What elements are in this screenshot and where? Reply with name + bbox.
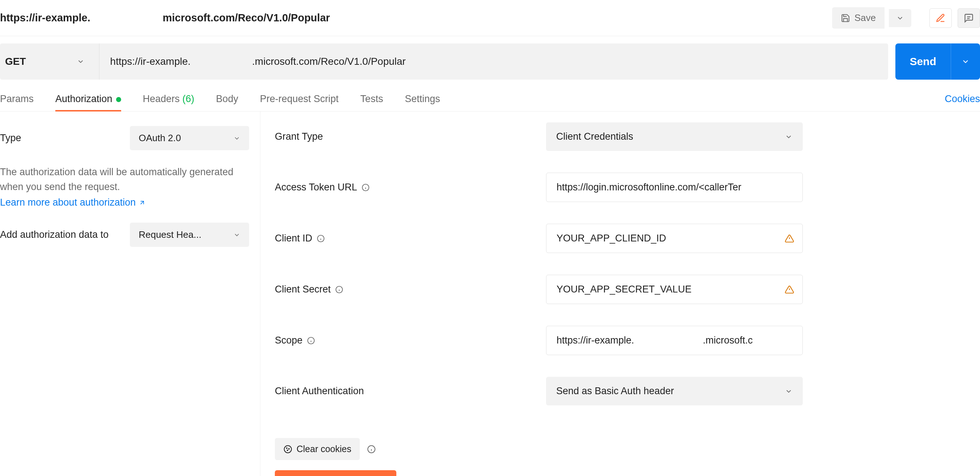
topbar: https://ir-example. microsoft.com/Reco/V… — [0, 0, 980, 36]
request-row: GET https://ir-example. .microsoft.com/R… — [0, 36, 980, 87]
info-icon[interactable] — [307, 337, 315, 345]
client-id-label: Client ID — [275, 233, 546, 244]
add-to-value: Request Hea... — [138, 229, 201, 240]
get-access-token-button[interactable]: Get New Access Token — [275, 470, 396, 476]
client-id-input[interactable]: YOUR_APP_CLIEND_ID — [546, 224, 803, 253]
chevron-down-icon — [233, 231, 240, 238]
content: Type OAuth 2.0 The authorization data wi… — [0, 112, 980, 476]
info-icon[interactable] — [317, 235, 325, 243]
client-auth-label: Client Authentication — [275, 385, 546, 397]
chevron-down-icon — [785, 133, 793, 141]
comment-icon — [964, 13, 974, 23]
client-auth-value: Send as Basic Auth header — [556, 385, 674, 397]
cookies-link[interactable]: Cookies — [945, 87, 980, 111]
auth-description: The authorization data will be automatic… — [0, 165, 249, 194]
chevron-down-icon — [77, 58, 84, 65]
tab-tests[interactable]: Tests — [360, 87, 394, 111]
info-icon[interactable] — [335, 286, 343, 294]
client-id-row: Client ID YOUR_APP_CLIEND_ID — [275, 224, 966, 253]
grant-type-select[interactable]: Client Credentials — [546, 122, 803, 151]
method-select[interactable]: GET — [0, 43, 99, 80]
url-input[interactable]: https://ir-example. .microsoft.com/Reco/… — [99, 43, 888, 80]
type-row: Type OAuth 2.0 — [0, 126, 249, 150]
type-value: OAuth 2.0 — [138, 133, 181, 144]
svg-point-19 — [286, 448, 287, 449]
type-select[interactable]: OAuth 2.0 — [130, 126, 249, 150]
client-secret-input[interactable]: YOUR_APP_SECRET_VALUE — [546, 275, 803, 304]
cookie-icon — [283, 445, 292, 454]
clear-cookies-row: Clear cookies — [275, 438, 966, 460]
tab-authorization[interactable]: Authorization — [55, 87, 132, 111]
info-icon[interactable] — [362, 184, 369, 192]
save-icon — [841, 13, 850, 23]
svg-point-21 — [287, 450, 288, 450]
send-button[interactable]: Send — [896, 43, 951, 80]
save-dropdown-button[interactable] — [889, 9, 911, 27]
tab-settings[interactable]: Settings — [405, 87, 451, 111]
warning-icon[interactable] — [785, 285, 794, 294]
scope-input[interactable]: https://ir-example..microsoft.c — [546, 326, 803, 355]
save-label: Save — [854, 12, 876, 24]
breadcrumb-right: microsoft.com/Reco/V1.0/Popular — [163, 12, 330, 24]
tabs-row: Params Authorization Headers (6) Body Pr… — [0, 87, 980, 112]
topbar-actions: Save — [832, 7, 980, 29]
access-token-url-row: Access Token URL https://login.microsoft… — [275, 173, 966, 202]
client-secret-label: Client Secret — [275, 284, 546, 295]
tab-headers[interactable]: Headers (6) — [143, 87, 205, 111]
scope-row: Scope https://ir-example..microsoft.c — [275, 326, 966, 355]
client-auth-select[interactable]: Send as Basic Auth header — [546, 377, 803, 406]
tab-params[interactable]: Params — [0, 87, 45, 111]
url-left: https://ir-example. — [110, 56, 191, 67]
url-right: .microsoft.com/Reco/V1.0/Popular — [252, 56, 406, 67]
access-token-url-input[interactable]: https://login.microsoftonline.com/<calle… — [546, 173, 803, 202]
tab-body[interactable]: Body — [216, 87, 249, 111]
info-icon[interactable] — [367, 445, 376, 454]
client-secret-row: Client Secret YOUR_APP_SECRET_VALUE — [275, 275, 966, 304]
warning-icon[interactable] — [785, 234, 794, 243]
client-auth-row: Client Authentication Send as Basic Auth… — [275, 377, 966, 406]
clear-cookies-button[interactable]: Clear cookies — [275, 438, 360, 460]
svg-point-20 — [289, 449, 289, 449]
breadcrumb-left: https://ir-example. — [0, 12, 163, 24]
pencil-icon — [935, 13, 946, 23]
add-to-label: Add authorization data to — [0, 227, 130, 242]
access-token-url-label: Access Token URL — [275, 182, 546, 193]
tab-prerequest[interactable]: Pre-request Script — [260, 87, 350, 111]
grant-type-row: Grant Type Client Credentials — [275, 122, 966, 151]
send-dropdown-button[interactable] — [951, 43, 980, 80]
method-value: GET — [5, 56, 26, 67]
scope-label: Scope — [275, 335, 546, 346]
breadcrumb: https://ir-example. microsoft.com/Reco/V… — [0, 12, 832, 24]
add-to-row: Add authorization data to Request Hea... — [0, 223, 249, 247]
url-row: GET https://ir-example. .microsoft.com/R… — [0, 43, 888, 80]
add-to-select[interactable]: Request Hea... — [130, 223, 249, 247]
grant-type-value: Client Credentials — [556, 131, 633, 142]
right-column: Grant Type Client Credentials Access Tok… — [260, 112, 980, 476]
grant-type-label: Grant Type — [275, 131, 546, 142]
chevron-down-icon — [233, 135, 240, 142]
save-button[interactable]: Save — [832, 7, 885, 29]
edit-button[interactable] — [929, 8, 952, 28]
status-dot-icon — [116, 97, 121, 102]
clear-cookies-label: Clear cookies — [296, 444, 351, 454]
comment-button[interactable] — [958, 8, 980, 28]
svg-point-18 — [284, 446, 291, 453]
type-label: Type — [0, 133, 130, 144]
external-link-icon — [138, 199, 146, 206]
chevron-down-icon — [785, 387, 793, 395]
send-label: Send — [910, 55, 936, 68]
learn-more-link[interactable]: Learn more about authorization — [0, 197, 146, 208]
left-column: Type OAuth 2.0 The authorization data wi… — [0, 112, 260, 476]
send-group: Send — [896, 43, 980, 80]
